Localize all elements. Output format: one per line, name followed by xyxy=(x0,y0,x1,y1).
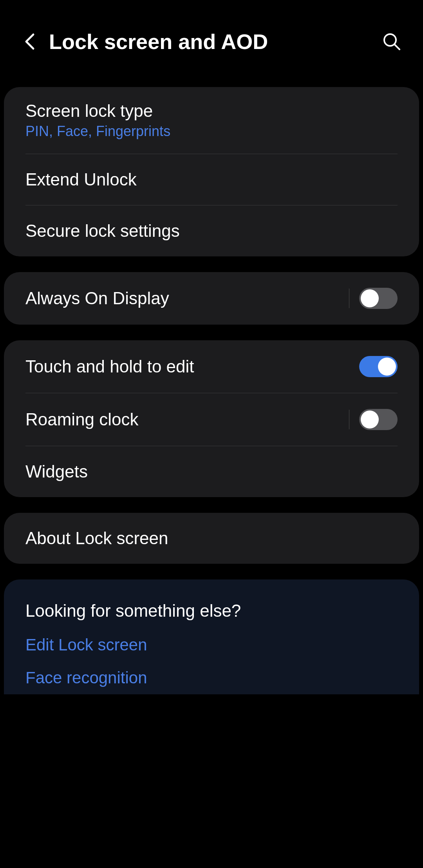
secure-lock-settings-item[interactable]: Secure lock settings xyxy=(4,205,419,256)
suggestions-title: Looking for something else? xyxy=(4,579,419,628)
edit-lock-screen-link[interactable]: Edit Lock screen xyxy=(4,628,419,661)
face-recognition-link[interactable]: Face recognition xyxy=(4,661,419,694)
toggle-knob xyxy=(361,410,379,429)
vertical-divider xyxy=(349,410,349,429)
about-lock-screen-item[interactable]: About Lock screen xyxy=(4,513,419,564)
touch-hold-edit-item[interactable]: Touch and hold to edit xyxy=(4,340,419,393)
item-title: Always On Display xyxy=(25,289,169,308)
item-subtitle: PIN, Face, Fingerprints xyxy=(25,123,398,140)
search-icon xyxy=(382,32,401,51)
search-button[interactable] xyxy=(382,32,401,51)
roaming-clock-toggle[interactable] xyxy=(359,409,398,430)
always-on-display-toggle[interactable] xyxy=(359,288,398,309)
always-on-display-item[interactable]: Always On Display xyxy=(4,272,419,325)
toggle-knob xyxy=(378,358,396,376)
touch-hold-edit-toggle[interactable] xyxy=(359,356,398,377)
display-options-group: Touch and hold to edit Roaming clock Wid… xyxy=(4,340,419,497)
vertical-divider xyxy=(349,289,349,308)
roaming-clock-item[interactable]: Roaming clock xyxy=(4,393,419,446)
svg-line-1 xyxy=(395,45,400,49)
item-title: Roaming clock xyxy=(25,410,139,429)
toggle-knob xyxy=(361,289,379,307)
back-button[interactable] xyxy=(22,34,37,49)
item-title: Secure lock settings xyxy=(25,221,180,241)
item-title: Touch and hold to edit xyxy=(25,357,194,376)
item-title: Screen lock type xyxy=(25,101,398,121)
screen-lock-type-item[interactable]: Screen lock type PIN, Face, Fingerprints xyxy=(4,87,419,154)
about-group: About Lock screen xyxy=(4,513,419,564)
item-title: Extend Unlock xyxy=(25,170,137,189)
item-title: About Lock screen xyxy=(25,528,168,548)
widgets-item[interactable]: Widgets xyxy=(4,446,419,497)
item-title: Widgets xyxy=(25,462,88,481)
suggestions-card: Looking for something else? Edit Lock sc… xyxy=(4,579,419,694)
header: Lock screen and AOD xyxy=(0,0,423,69)
aod-group: Always On Display xyxy=(4,272,419,325)
lock-settings-group: Screen lock type PIN, Face, Fingerprints… xyxy=(4,87,419,256)
chevron-left-icon xyxy=(24,33,35,50)
extend-unlock-item[interactable]: Extend Unlock xyxy=(4,154,419,205)
svg-point-0 xyxy=(384,34,396,46)
page-title: Lock screen and AOD xyxy=(49,29,370,54)
